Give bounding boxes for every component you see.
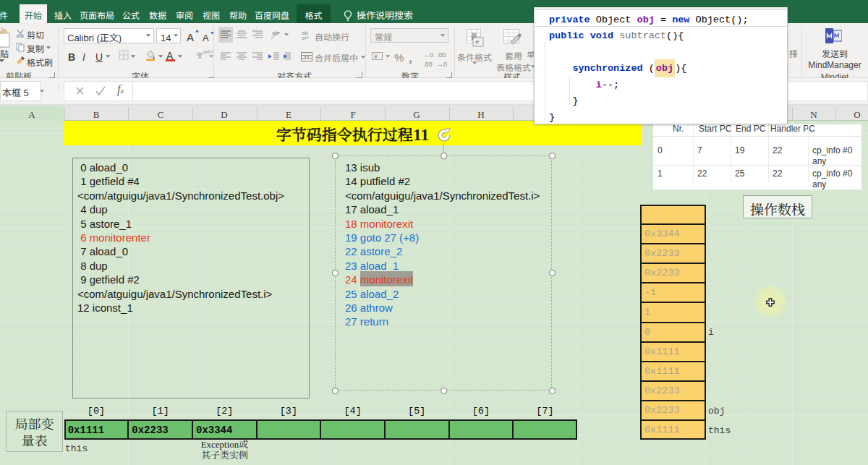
svg-text:¥: ¥	[373, 51, 378, 61]
svg-text:ab: ab	[272, 29, 278, 36]
svg-text:c↵: c↵	[302, 33, 310, 40]
svg-text:≠: ≠	[475, 36, 480, 47]
